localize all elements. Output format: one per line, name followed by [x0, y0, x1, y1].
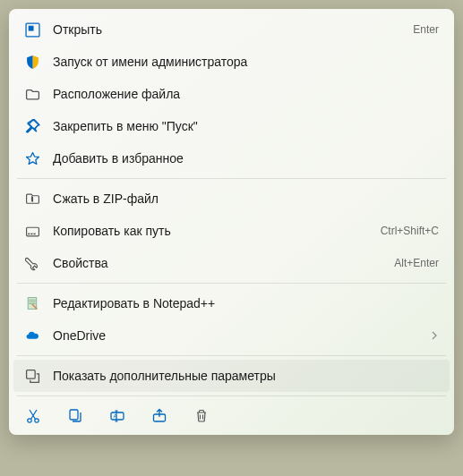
delete-button[interactable]	[193, 407, 210, 425]
copypath-icon	[24, 223, 40, 239]
svg-rect-2	[26, 227, 39, 236]
menu-item-label: Свойства	[53, 256, 394, 270]
menu-item-run-as-admin[interactable]: Запуск от имени администратора	[13, 46, 450, 78]
onedrive-icon	[24, 327, 40, 344]
svg-rect-5	[33, 233, 35, 234]
menu-item-shortcut: Enter	[413, 23, 439, 36]
menu-item-copy-as-path[interactable]: Копировать как путь Ctrl+Shift+C	[13, 215, 450, 247]
menu-item-onedrive[interactable]: OneDrive	[13, 319, 450, 352]
menu-item-label: Сжать в ZIP-файл	[53, 191, 439, 206]
star-icon	[24, 150, 40, 166]
separator	[17, 355, 446, 356]
rename-button[interactable]: A	[108, 407, 126, 425]
svg-rect-4	[30, 233, 32, 234]
zip-icon	[24, 191, 40, 207]
menu-item-show-more-options[interactable]: Показать дополнительные параметры	[13, 360, 450, 392]
shield-icon	[24, 54, 40, 70]
menu-item-label: Показать дополнительные параметры	[53, 369, 439, 383]
cut-button[interactable]	[24, 407, 42, 425]
svg-rect-10	[70, 410, 78, 420]
menu-item-label: Открыть	[53, 22, 413, 37]
pin-icon	[24, 118, 40, 134]
launch-icon	[24, 21, 40, 38]
menu-item-properties[interactable]: Свойства Alt+Enter	[13, 247, 450, 279]
menu-item-edit-notepadpp[interactable]: Редактировать в Notepad++	[13, 287, 450, 319]
menu-item-open[interactable]: Открыть Enter	[13, 13, 450, 46]
folder-icon	[24, 86, 40, 102]
menu-item-add-favorite[interactable]: Добавить в избранное	[13, 142, 450, 174]
menu-item-shortcut: Ctrl+Shift+C	[381, 225, 439, 237]
copy-button[interactable]	[66, 407, 84, 425]
wrench-icon	[24, 255, 40, 271]
svg-rect-3	[28, 233, 30, 234]
expand-icon	[24, 368, 40, 384]
menu-item-compress-zip[interactable]: Сжать в ZIP-файл	[13, 183, 450, 215]
separator	[17, 178, 446, 179]
context-menu: Открыть Enter Запуск от имени администра…	[9, 9, 454, 435]
chevron-right-icon	[430, 328, 439, 343]
menu-item-label: Копировать как путь	[53, 224, 381, 238]
menu-item-label: Закрепить в меню "Пуск"	[53, 119, 439, 133]
share-button[interactable]	[150, 407, 168, 425]
menu-item-label: Расположение файла	[53, 87, 439, 101]
svg-rect-1	[28, 25, 33, 30]
separator	[17, 283, 446, 284]
svg-rect-7	[26, 370, 35, 378]
svg-text:A: A	[114, 413, 117, 419]
menu-item-label: OneDrive	[53, 328, 430, 343]
menu-item-shortcut: Alt+Enter	[394, 257, 439, 269]
menu-item-file-location[interactable]: Расположение файла	[13, 78, 450, 110]
menu-item-label: Запуск от имени администратора	[53, 55, 439, 69]
menu-item-label: Редактировать в Notepad++	[53, 296, 439, 310]
separator	[17, 395, 446, 396]
action-bar: A	[13, 400, 450, 430]
notepadpp-icon	[24, 295, 40, 311]
menu-item-label: Добавить в избранное	[53, 151, 439, 166]
menu-item-pin-start[interactable]: Закрепить в меню "Пуск"	[13, 110, 450, 142]
